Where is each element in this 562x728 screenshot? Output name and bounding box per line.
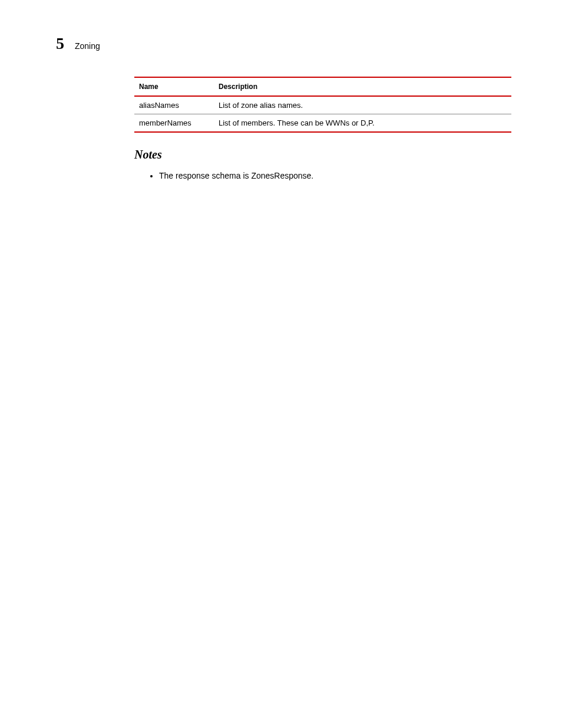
cell-name: aliasNames <box>134 96 214 114</box>
notes-list: The response schema is ZonesResponse. <box>134 170 511 182</box>
chapter-title: Zoning <box>75 41 100 51</box>
cell-name: memberNames <box>134 114 214 133</box>
list-item: The response schema is ZonesResponse. <box>159 170 511 182</box>
cell-description: List of zone alias names. <box>214 96 511 114</box>
notes-heading: Notes <box>134 148 511 162</box>
column-header-description: Description <box>214 77 511 96</box>
page-header: 5 Zoning <box>56 34 100 53</box>
main-content: Name Description aliasNames List of zone… <box>134 77 511 182</box>
column-header-name: Name <box>134 77 214 96</box>
chapter-number: 5 <box>56 34 64 53</box>
table-row: memberNames List of members. These can b… <box>134 114 511 133</box>
table-row: aliasNames List of zone alias names. <box>134 96 511 114</box>
cell-description: List of members. These can be WWNs or D,… <box>214 114 511 133</box>
table-header-row: Name Description <box>134 77 511 96</box>
definition-table: Name Description aliasNames List of zone… <box>134 77 511 133</box>
